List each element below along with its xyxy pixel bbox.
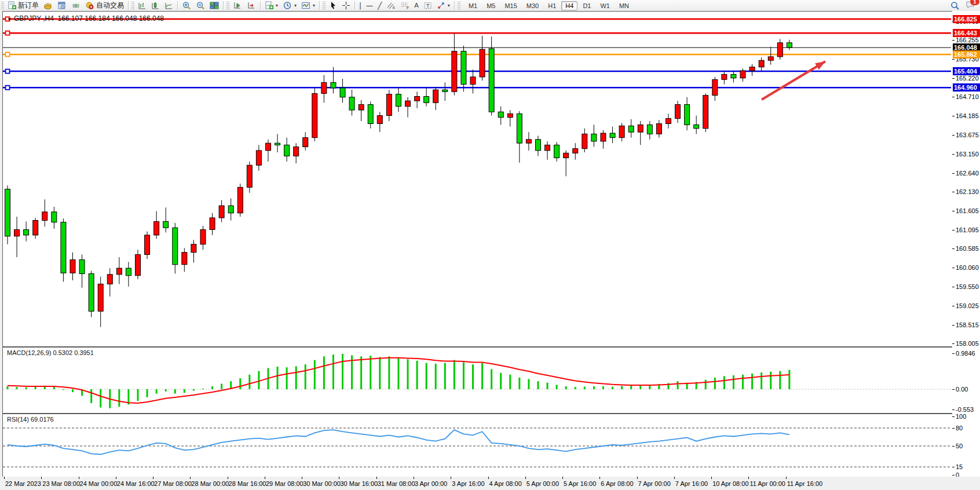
macd-pane[interactable]: MACD(12,26,9) 0.5302 0.3951 xyxy=(2,347,953,414)
timeframe-m30[interactable]: M30 xyxy=(522,1,543,10)
notifications-button[interactable]: 1 xyxy=(966,1,975,11)
market-watch-button[interactable] xyxy=(41,1,55,10)
new-order-label: 新订单 xyxy=(18,1,39,10)
level-line-handle[interactable] xyxy=(6,86,10,90)
time-tick-label: 10 Apr 08:00 xyxy=(712,480,748,487)
fibonacci-tool[interactable]: F xyxy=(398,1,412,10)
level-line-handle[interactable] xyxy=(6,31,10,35)
zoom-out-icon xyxy=(196,1,205,10)
price-tick-mark xyxy=(952,116,955,116)
data-window-button[interactable] xyxy=(55,1,69,10)
periods-button[interactable]: ▾ xyxy=(280,1,299,10)
price-tick-label: 0.00 xyxy=(956,386,968,393)
chart-shift-button[interactable] xyxy=(244,1,258,10)
price-chart-canvas[interactable] xyxy=(3,12,951,345)
zoom-in-button[interactable] xyxy=(180,1,193,10)
timeframe-m15[interactable]: M15 xyxy=(500,1,521,10)
trend-arrow[interactable] xyxy=(762,61,825,100)
timeframe-m5[interactable]: M5 xyxy=(482,1,499,10)
timeframe-mn[interactable]: MN xyxy=(615,1,633,10)
time-tick-label: 31 Mar 08:00 xyxy=(378,480,415,487)
price-tick-mark xyxy=(952,173,955,174)
price-tick-mark xyxy=(952,353,955,354)
timeframe-w1[interactable]: W1 xyxy=(596,1,614,10)
vertical-line-tool[interactable]: | xyxy=(357,1,364,10)
time-tick-mark xyxy=(451,477,451,479)
candlestick-chart-button[interactable] xyxy=(149,1,162,10)
price-axis[interactable]: 166.765166.255165.730165.220164.710164.1… xyxy=(952,11,980,477)
autotrading-button[interactable]: 自动交易 xyxy=(83,1,126,10)
zoom-out-button[interactable] xyxy=(193,1,207,10)
time-axis[interactable]: 22 Mar 202323 Mar 08:0024 Mar 00:0024 Ma… xyxy=(2,477,980,490)
price-tick-mark xyxy=(952,248,955,249)
time-tick-mark xyxy=(599,477,600,479)
timeframe-m1[interactable]: M1 xyxy=(465,1,481,10)
time-tick-label: 27 Mar 08:00 xyxy=(154,480,192,487)
rsi-canvas[interactable] xyxy=(3,414,951,476)
level-line-handle[interactable] xyxy=(6,70,10,74)
svg-text:E: E xyxy=(393,6,395,9)
indicators-icon xyxy=(265,1,273,10)
candlestick-chart-icon xyxy=(151,1,160,10)
auto-scroll-icon xyxy=(233,1,242,10)
arrows-icon xyxy=(437,1,445,10)
time-tick-mark xyxy=(190,477,191,479)
time-tick-label: 30 Mar 16:00 xyxy=(340,480,378,487)
macd-canvas[interactable] xyxy=(3,348,951,412)
level-line-handle[interactable] xyxy=(6,52,10,56)
text-tool[interactable]: A xyxy=(412,1,421,10)
equidistant-channel-tool[interactable]: E xyxy=(384,1,398,10)
equidistant-channel-icon: E xyxy=(386,1,396,10)
periods-clock-icon xyxy=(283,1,292,10)
arrows-dropdown-caret[interactable]: ▾ xyxy=(448,3,450,8)
crosshair-icon xyxy=(342,1,350,10)
time-tick-label: 3 Apr 00:00 xyxy=(415,480,447,487)
autotrading-label: 自动交易 xyxy=(96,1,124,10)
new-order-button[interactable]: 新订单 xyxy=(5,1,41,10)
macd-value: 0.5302 xyxy=(53,349,72,356)
price-tick-mark xyxy=(952,475,955,476)
price-tick-mark xyxy=(952,230,955,231)
arrows-tool[interactable]: ▾ xyxy=(434,1,452,10)
text-label-tool[interactable]: T xyxy=(421,1,434,10)
templates-dropdown-caret[interactable]: ▾ xyxy=(313,3,315,8)
line-chart-button[interactable] xyxy=(162,1,175,10)
search-icon[interactable] xyxy=(950,1,960,10)
auto-scroll-button[interactable] xyxy=(231,1,244,10)
bar-chart-button[interactable] xyxy=(136,1,149,10)
macd-histogram xyxy=(8,354,789,408)
timeframe-h1[interactable]: H1 xyxy=(544,1,560,10)
time-tick-mark xyxy=(711,477,712,479)
new-order-icon xyxy=(8,1,16,10)
time-tick-label: 11 Apr 16:00 xyxy=(787,480,823,487)
time-tick-mark xyxy=(488,477,489,479)
price-tick-label: 160.585 xyxy=(956,245,979,252)
timeframe-d1[interactable]: D1 xyxy=(579,1,595,10)
time-tick-label: 22 Mar 2023 xyxy=(5,480,41,487)
price-pane[interactable]: ▼GBPJPY-,H4 166.107 166.184 166.048 166.… xyxy=(2,11,953,347)
time-tick-label: 3 Apr 16:00 xyxy=(452,480,484,487)
templates-button[interactable]: ▾ xyxy=(299,1,317,10)
rsi-pane[interactable]: RSI(14) 69.0176 xyxy=(2,414,953,477)
level-price-badge: 164.960 xyxy=(953,83,980,92)
timeframe-h4[interactable]: H4 xyxy=(561,1,577,10)
zoom-in-icon xyxy=(182,1,191,10)
cursor-tool-button[interactable] xyxy=(327,1,339,10)
toolbar-grip[interactable] xyxy=(1,2,4,9)
crosshair-tool-button[interactable] xyxy=(339,1,353,10)
data-window-icon xyxy=(57,1,67,10)
rsi-line xyxy=(8,430,789,454)
trendline-tool[interactable]: ╱ xyxy=(375,1,384,10)
price-tick-mark xyxy=(952,428,955,429)
periods-dropdown-caret[interactable]: ▾ xyxy=(294,3,297,8)
tile-windows-button[interactable] xyxy=(207,1,221,10)
one-click-trading-toggle[interactable]: ▼ xyxy=(7,17,12,22)
indicators-dropdown-caret[interactable]: ▾ xyxy=(276,3,278,8)
horizontal-line-tool[interactable]: — xyxy=(364,1,375,10)
price-tick-mark xyxy=(952,325,955,326)
indicators-button[interactable]: ▾ xyxy=(262,1,280,10)
rsi-value: 69.0176 xyxy=(31,416,54,423)
navigator-icon xyxy=(71,1,81,10)
time-tick-label: 7 Apr 16:00 xyxy=(675,480,708,487)
navigator-button[interactable] xyxy=(69,1,83,10)
